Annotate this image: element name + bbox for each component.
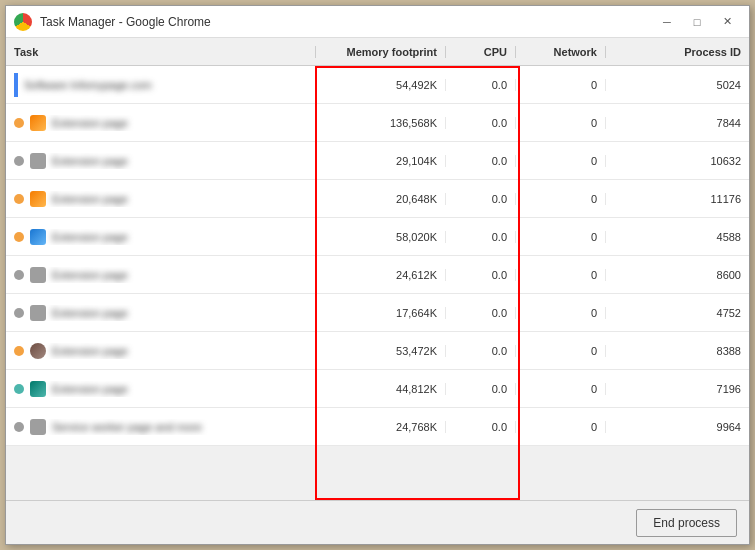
table-row[interactable]: Extension page 17,664K 0.0 0 4752 — [6, 294, 749, 332]
cell-network: 0 — [516, 383, 606, 395]
task-manager-window: Task Manager - Google Chrome ─ □ ✕ Task … — [5, 5, 750, 545]
task-name: Service worker page and more — [52, 421, 202, 433]
task-dot — [14, 422, 24, 432]
task-favicon — [30, 115, 46, 131]
cell-memory: 17,664K — [316, 307, 446, 319]
cell-task: Extension page — [6, 115, 316, 131]
cell-network: 0 — [516, 421, 606, 433]
cell-memory: 54,492K — [316, 79, 446, 91]
minimize-button[interactable]: ─ — [653, 11, 681, 33]
cell-network: 0 — [516, 79, 606, 91]
cell-pid: 11176 — [606, 193, 749, 205]
cell-task: Extension page — [6, 267, 316, 283]
cell-cpu: 0.0 — [446, 231, 516, 243]
cell-task: Extension page — [6, 229, 316, 245]
table-header: Task Memory footprint CPU Network Proces… — [6, 38, 749, 66]
task-favicon — [30, 305, 46, 321]
window-controls: ─ □ ✕ — [653, 11, 741, 33]
cell-task: Extension page — [6, 191, 316, 207]
cell-network: 0 — [516, 269, 606, 281]
table-row[interactable]: Extension page 58,020K 0.0 0 4588 — [6, 218, 749, 256]
table-row[interactable]: Extension page 20,648K 0.0 0 11176 — [6, 180, 749, 218]
cell-network: 0 — [516, 193, 606, 205]
cell-network: 0 — [516, 307, 606, 319]
header-pid[interactable]: Process ID — [606, 46, 749, 58]
table-body[interactable]: Software Infomypage.com 54,492K 0.0 0 50… — [6, 66, 749, 500]
cell-memory: 20,648K — [316, 193, 446, 205]
chrome-icon — [14, 13, 32, 31]
header-cpu[interactable]: CPU — [446, 46, 516, 58]
task-favicon — [30, 419, 46, 435]
cell-pid: 8600 — [606, 269, 749, 281]
cell-pid: 9964 — [606, 421, 749, 433]
window-title: Task Manager - Google Chrome — [40, 15, 653, 29]
task-name: Extension page — [52, 155, 128, 167]
cell-cpu: 0.0 — [446, 307, 516, 319]
cell-memory: 24,612K — [316, 269, 446, 281]
cell-pid: 5024 — [606, 79, 749, 91]
header-task[interactable]: Task — [6, 46, 316, 58]
table-row[interactable]: Extension page 29,104K 0.0 0 10632 — [6, 142, 749, 180]
cell-network: 0 — [516, 155, 606, 167]
cell-network: 0 — [516, 345, 606, 357]
cell-pid: 4752 — [606, 307, 749, 319]
cell-pid: 7196 — [606, 383, 749, 395]
task-favicon — [30, 381, 46, 397]
task-name: Extension page — [52, 269, 128, 281]
cell-cpu: 0.0 — [446, 345, 516, 357]
task-name: Extension page — [52, 231, 128, 243]
cell-task: Service worker page and more — [6, 419, 316, 435]
cell-memory: 29,104K — [316, 155, 446, 167]
title-bar: Task Manager - Google Chrome ─ □ ✕ — [6, 6, 749, 38]
table-row[interactable]: Extension page 53,472K 0.0 0 8388 — [6, 332, 749, 370]
task-dot — [14, 308, 24, 318]
maximize-button[interactable]: □ — [683, 11, 711, 33]
task-dot — [14, 194, 24, 204]
cell-cpu: 0.0 — [446, 79, 516, 91]
cell-cpu: 0.0 — [446, 421, 516, 433]
header-memory[interactable]: Memory footprint — [316, 46, 446, 58]
task-name: Extension page — [52, 193, 128, 205]
cell-memory: 58,020K — [316, 231, 446, 243]
cell-pid: 8388 — [606, 345, 749, 357]
cell-task: Extension page — [6, 381, 316, 397]
cell-task: Extension page — [6, 343, 316, 359]
task-name: Extension page — [52, 383, 128, 395]
close-button[interactable]: ✕ — [713, 11, 741, 33]
cell-cpu: 0.0 — [446, 269, 516, 281]
cell-cpu: 0.0 — [446, 155, 516, 167]
cell-pid: 4588 — [606, 231, 749, 243]
main-content: Task Memory footprint CPU Network Proces… — [6, 38, 749, 544]
table-row[interactable]: Service worker page and more 24,768K 0.0… — [6, 408, 749, 446]
task-dot — [14, 384, 24, 394]
cell-cpu: 0.0 — [446, 193, 516, 205]
cell-pid: 7844 — [606, 117, 749, 129]
cell-memory: 53,472K — [316, 345, 446, 357]
task-name: Extension page — [52, 307, 128, 319]
task-name: Extension page — [52, 117, 128, 129]
cell-pid: 10632 — [606, 155, 749, 167]
cell-task: Extension page — [6, 305, 316, 321]
task-bar-indicator — [14, 73, 18, 97]
task-favicon — [30, 229, 46, 245]
table-row[interactable]: Software Infomypage.com 54,492K 0.0 0 50… — [6, 66, 749, 104]
task-dot — [14, 346, 24, 356]
table-row[interactable]: Extension page 24,612K 0.0 0 8600 — [6, 256, 749, 294]
cell-cpu: 0.0 — [446, 117, 516, 129]
task-name: Extension page — [52, 345, 128, 357]
cell-task: Software Infomypage.com — [6, 73, 316, 97]
task-favicon — [30, 191, 46, 207]
task-dot — [14, 118, 24, 128]
task-favicon — [30, 267, 46, 283]
end-process-button[interactable]: End process — [636, 509, 737, 537]
cell-task: Extension page — [6, 153, 316, 169]
table-row[interactable]: Extension page 44,812K 0.0 0 7196 — [6, 370, 749, 408]
table-row[interactable]: Extension page 136,568K 0.0 0 7844 — [6, 104, 749, 142]
header-network[interactable]: Network — [516, 46, 606, 58]
task-favicon — [30, 343, 46, 359]
table-container: Task Memory footprint CPU Network Proces… — [6, 38, 749, 500]
task-dot — [14, 156, 24, 166]
cell-memory: 24,768K — [316, 421, 446, 433]
task-dot — [14, 270, 24, 280]
cell-memory: 136,568K — [316, 117, 446, 129]
